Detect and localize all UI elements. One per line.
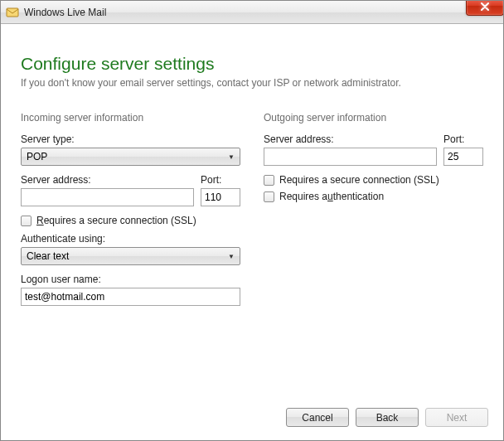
svg-rect-0 [7,8,18,17]
outgoing-server-address-input[interactable] [264,148,437,166]
outgoing-column: Outgoing server information Server addre… [264,112,483,390]
cancel-button[interactable]: Cancel [286,408,349,427]
outgoing-auth-checkbox[interactable] [264,191,274,202]
logon-username-label: Logon user name: [21,274,240,285]
outgoing-ssl-label: Requires a secure connection (SSL) [279,174,439,186]
incoming-ssl-checkbox[interactable] [21,216,32,226]
outgoing-auth-label: Requires authentication [279,191,384,202]
outgoing-auth-row[interactable]: Requires authentication [264,191,483,202]
outgoing-ssl-row[interactable]: Requires a secure connection (SSL) [264,174,483,186]
incoming-section-title: Incoming server information [21,112,240,124]
dialog-footer: Cancel Back Next [1,398,503,440]
outgoing-section-title: Outgoing server information [264,112,483,124]
page-heading: Configure server settings [21,54,483,74]
server-type-label: Server type: [21,133,240,145]
outgoing-ssl-checkbox[interactable] [264,175,274,186]
incoming-column: Incoming server information Server type:… [21,112,240,390]
authenticate-value: Clear text [27,250,69,262]
outgoing-port-input[interactable] [443,148,483,166]
outgoing-server-address-label: Server address: [264,133,437,145]
window-title: Windows Live Mail [24,7,106,18]
chevron-down-icon: ▼ [228,153,235,161]
outgoing-port-label: Port: [443,133,483,145]
page-subheading: If you don't know your email server sett… [21,77,483,89]
columns: Incoming server information Server type:… [21,112,483,390]
next-button: Next [425,408,488,427]
titlebar: Windows Live Mail [1,1,503,24]
app-icon [6,6,19,19]
dialog-content: Configure server settings If you don't k… [1,24,503,398]
back-button[interactable]: Back [356,408,419,427]
incoming-port-label: Port: [201,174,240,186]
authenticate-label: Authenticate using: [21,233,240,245]
incoming-server-address-label: Server address: [21,174,194,186]
close-icon [480,2,490,11]
server-type-select[interactable]: POP ▼ [21,148,240,166]
close-button[interactable] [466,0,504,16]
incoming-port-input[interactable] [201,188,240,206]
authenticate-select[interactable]: Clear text ▼ [21,247,240,265]
incoming-server-address-input[interactable] [21,188,194,206]
incoming-ssl-row[interactable]: Requires a secure connection (SSL) [21,215,240,226]
chevron-down-icon: ▼ [228,253,235,260]
server-type-value: POP [27,151,47,162]
incoming-ssl-label: Requires a secure connection (SSL) [36,215,196,226]
logon-username-input[interactable] [21,288,240,306]
